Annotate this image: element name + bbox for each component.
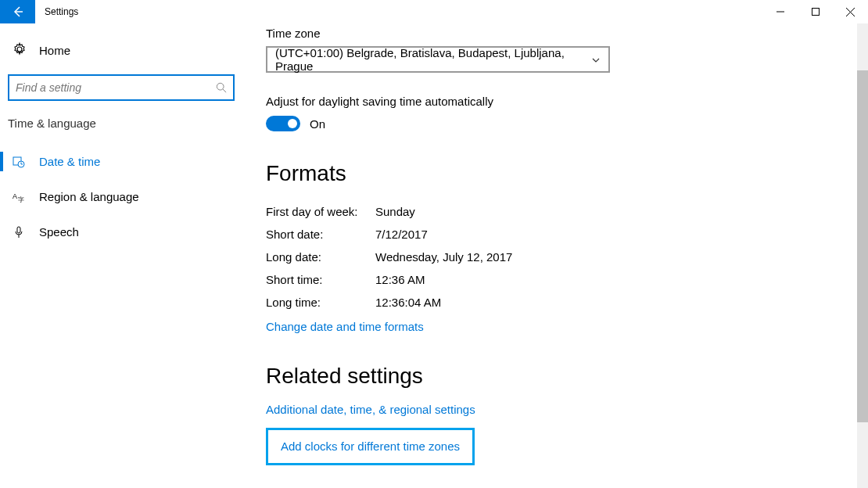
format-key: Short date: [266,228,375,241]
format-value: Sunday [375,205,415,218]
search-input-wrap[interactable] [8,74,235,101]
sidebar-item-date-time[interactable]: Date & time [0,144,235,179]
format-key: Short time: [266,273,375,286]
dst-toggle-text: On [310,117,325,131]
back-button[interactable] [0,0,35,23]
highlighted-link-box: Add clocks for different time zones [266,428,475,465]
formats-heading: Formats [266,131,868,200]
change-formats-link[interactable]: Change date and time formats [266,320,424,333]
sidebar-item-speech[interactable]: Speech [0,214,235,249]
svg-text:A: A [13,192,17,200]
calendar-clock-icon [13,156,25,168]
svg-line-5 [223,89,226,92]
format-key: Long date: [266,250,375,264]
chevron-down-icon [591,54,601,67]
dst-toggle[interactable] [266,116,300,131]
toggle-knob [288,119,297,128]
sidebar-item-region-language[interactable]: A字 Region & language [0,179,235,214]
svg-rect-1 [812,9,819,16]
sidebar-home[interactable]: Home [8,31,235,74]
maximize-icon [812,8,820,16]
format-value: 7/12/2017 [375,228,428,241]
maximize-button[interactable] [798,0,833,23]
timezone-label: Time zone [266,27,868,46]
timezone-value: (UTC+01:00) Belgrade, Bratislava, Budape… [275,46,585,73]
formats-table: First day of week:Sunday Short date:7/12… [266,200,868,314]
additional-settings-link[interactable]: Additional date, time, & regional settin… [266,403,475,416]
sidebar-home-label: Home [39,44,70,57]
language-icon: A字 [13,191,25,203]
format-key: First day of week: [266,205,375,218]
dst-label: Adjust for daylight saving time automati… [266,73,868,116]
scrollbar-thumb[interactable] [857,70,868,422]
format-value: 12:36 AM [375,273,425,286]
timezone-dropdown[interactable]: (UTC+01:00) Belgrade, Bratislava, Budape… [266,46,610,73]
minimize-icon [777,8,784,16]
minimize-button[interactable] [762,0,798,23]
svg-rect-12 [17,227,20,233]
close-icon [846,8,855,16]
sidebar-category: Time & language [8,117,235,144]
gear-icon [13,42,27,59]
related-heading: Related settings [266,334,868,403]
svg-text:字: 字 [18,196,24,203]
format-key: Long time: [266,296,375,309]
sidebar-item-label: Date & time [39,155,100,168]
window-title: Settings [35,6,78,17]
search-icon [216,82,227,96]
close-button[interactable] [833,0,868,23]
microphone-icon [13,226,25,239]
search-input[interactable] [16,81,210,94]
format-value: 12:36:04 AM [375,296,441,309]
arrow-left-icon [12,5,24,18]
add-clocks-link[interactable]: Add clocks for different time zones [281,440,460,453]
scrollbar[interactable] [857,23,868,488]
sidebar-item-label: Speech [39,225,79,239]
format-value: Wednesday, July 12, 2017 [375,250,512,264]
sidebar-item-label: Region & language [39,190,139,203]
